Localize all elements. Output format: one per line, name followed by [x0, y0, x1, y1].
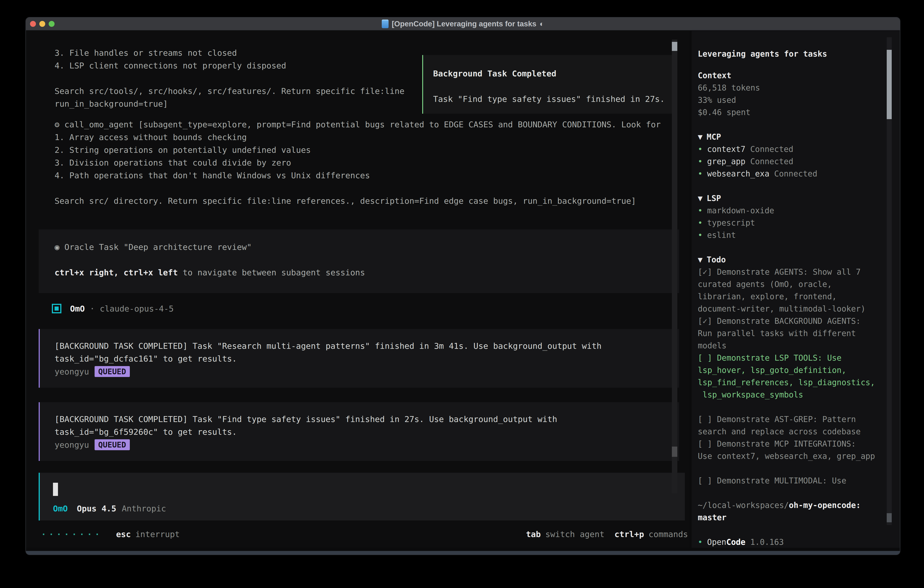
agent-name: OmO [70, 304, 85, 313]
mcp-item: •websearch_exa Connected [698, 168, 882, 180]
bullet-icon: • [698, 145, 703, 154]
agent-session-row[interactable]: OmO · claude-opus-4-5 [52, 302, 174, 315]
bullet-icon: • [698, 169, 703, 178]
window-bottom-edge [26, 551, 900, 555]
app-window: [OpenCode] Leveraging agents for tasks ◐… [25, 17, 900, 555]
terminal-line: 3. Division operations that could divide… [54, 157, 661, 169]
gear-icon: ⚙ [54, 120, 64, 129]
context-spent: $0.46 spent [698, 106, 882, 119]
status-badge: QUEUED [94, 366, 130, 377]
sidebar: Leveraging agents for tasks Context 66,5… [691, 31, 900, 548]
todo-item-done: [✓] Demonstrate AGENTS: Show all 7 curat… [698, 266, 882, 315]
lsp-section-header[interactable]: ▼LSP [698, 192, 882, 205]
card-line: task_id="bg_dcfac161" to get results. [54, 352, 679, 365]
collapse-triangle-icon: ▼ [698, 255, 703, 264]
bullet-icon: • [698, 206, 703, 215]
todo-section-header[interactable]: ▼Todo [698, 254, 882, 266]
separator-dot: · [90, 304, 95, 313]
background-task-card: [BACKGROUND TASK COMPLETED] Task "Resear… [39, 329, 679, 388]
document-icon [382, 20, 389, 28]
scrollbar-thumb[interactable] [887, 50, 892, 119]
agent-model: claude-opus-4-5 [100, 304, 174, 313]
terminal-line: 1. Array access without bounds checking [54, 131, 661, 144]
toast-title: Background Task Completed [433, 67, 674, 80]
agent-checkbox-icon [52, 304, 61, 313]
card-line: task_id="bg_6f59260c" to get results. [54, 426, 679, 438]
bullet-icon: • [698, 218, 703, 227]
todo-item-pending: [ ] Demonstrate AST-GREP: Pattern search… [698, 413, 882, 438]
todo-item-done: [✓] Demonstrate BACKGROUND AGENTS: Run p… [698, 315, 882, 352]
interrupt-action-label: interrupt [135, 530, 180, 539]
status-bar: ········ esc interrupt tab switch agent … [26, 528, 688, 540]
background-task-toast[interactable]: Background Task Completed Task "Find typ… [422, 55, 675, 114]
terminal-line [54, 72, 404, 85]
active-agent-label: OmO [53, 504, 68, 513]
switch-agent-label: switch agent [545, 530, 604, 539]
tool-call-header: ⚙ call_omo_agent [subagent_type=explore,… [54, 118, 661, 131]
esc-key-hint: esc [116, 530, 131, 539]
bullet-icon: • [698, 231, 703, 239]
scrollbar-thumb[interactable] [672, 42, 677, 51]
user-name: yeongyu [54, 367, 89, 376]
toast-body: Task "Find type safety issues" finished … [433, 93, 674, 106]
terminal-line: run_in_background=true] [54, 97, 404, 110]
status-badge: QUEUED [94, 439, 130, 450]
ctrlp-key-hint: ctrl+p [615, 530, 644, 539]
context-used: 33% used [698, 94, 882, 106]
bullet-icon: • [698, 157, 703, 166]
oracle-task-box: ◉ Oracle Task "Deep architecture review"… [39, 230, 679, 293]
window-title-wrap: [OpenCode] Leveraging agents for tasks ◐ [26, 20, 900, 28]
terminal-line: 4. LSP client connections not properly d… [54, 59, 404, 72]
commands-label: commands [648, 530, 688, 539]
status-right: tab switch agent ctrl+p commands [526, 530, 688, 539]
lsp-item: •eslint [698, 229, 882, 241]
terminal-output-intro: 3. File handles or streams not closed 4.… [54, 46, 404, 110]
terminal-line: Search src/ directory. Return specific f… [54, 195, 661, 207]
text-cursor [53, 483, 58, 496]
terminal-line: Search src/tools/, src/hooks/, src/featu… [54, 85, 404, 97]
oracle-spacer [54, 254, 679, 266]
provider-label: Anthropic [122, 504, 166, 513]
active-model-label: Opus 4.5 [77, 504, 116, 513]
keybinding-hint: ctrl+x right, ctrl+x left [54, 268, 178, 277]
card-line: [BACKGROUND TASK COMPLETED] Task "Resear… [54, 340, 679, 352]
context-tokens: 66,518 tokens [698, 82, 882, 94]
session-title: Leveraging agents for tasks [698, 48, 882, 60]
background-task-card: [BACKGROUND TASK COMPLETED] Task "Find t… [39, 402, 679, 461]
context-header: Context [698, 69, 882, 82]
spinner-moon-icon: ◐ [540, 20, 544, 28]
titlebar: [OpenCode] Leveraging agents for tasks ◐ [26, 18, 900, 30]
sidebar-content: Leveraging agents for tasks Context 66,5… [698, 48, 882, 548]
scrollbar-thumb[interactable] [672, 447, 677, 457]
toast-spacer [433, 80, 674, 93]
lsp-item: •markdown-oxide [698, 205, 882, 217]
workspace-branch: master [698, 511, 882, 524]
mcp-item: •context7 Connected [698, 143, 882, 155]
user-name: yeongyu [54, 440, 89, 449]
bullet-icon: • [698, 537, 703, 547]
tab-key-hint: tab [526, 530, 541, 539]
todo-item-pending: [ ] Demonstrate MULTIMODAL: Use [698, 474, 882, 487]
lsp-item: •typescript [698, 217, 882, 229]
window-title: [OpenCode] Leveraging agents for tasks [392, 20, 536, 28]
terminal-main-panel: 3. File handles or streams not closed 4.… [26, 31, 690, 548]
collapse-triangle-icon: ▼ [698, 132, 703, 141]
tool-call-block: ⚙ call_omo_agent [subagent_type=explore,… [54, 118, 661, 207]
spinner-dots-icon: ········ [41, 530, 102, 539]
sidebar-scrollbar[interactable] [887, 37, 892, 525]
todo-item-active: [ ] Demonstrate LSP TOOLS: Use lsp_hover… [698, 352, 882, 401]
todo-item-pending: [ ] Demonstrate MCP INTEGRATIONS: Use co… [698, 438, 882, 462]
main-scrollbar[interactable] [672, 40, 677, 493]
collapse-triangle-icon: ▼ [698, 194, 703, 203]
mcp-section-header[interactable]: ▼MCP [698, 131, 882, 143]
card-meta: yeongyu QUEUED [54, 365, 679, 378]
oracle-hint: ctrl+x right, ctrl+x left to navigate be… [54, 266, 679, 279]
card-line: [BACKGROUND TASK COMPLETED] Task "Find t… [54, 413, 679, 426]
terminal-line: 3. File handles or streams not closed [54, 46, 404, 59]
terminal-line: 4. Path operations that don't handle Win… [54, 169, 661, 182]
mcp-item: •grep_app Connected [698, 155, 882, 168]
terminal-line: 2. String operations on potentially unde… [54, 144, 661, 157]
scrollbar-thumb[interactable] [887, 513, 892, 522]
prompt-input[interactable]: OmO Opus 4.5 Anthropic [39, 473, 685, 520]
card-meta: yeongyu QUEUED [54, 438, 679, 451]
